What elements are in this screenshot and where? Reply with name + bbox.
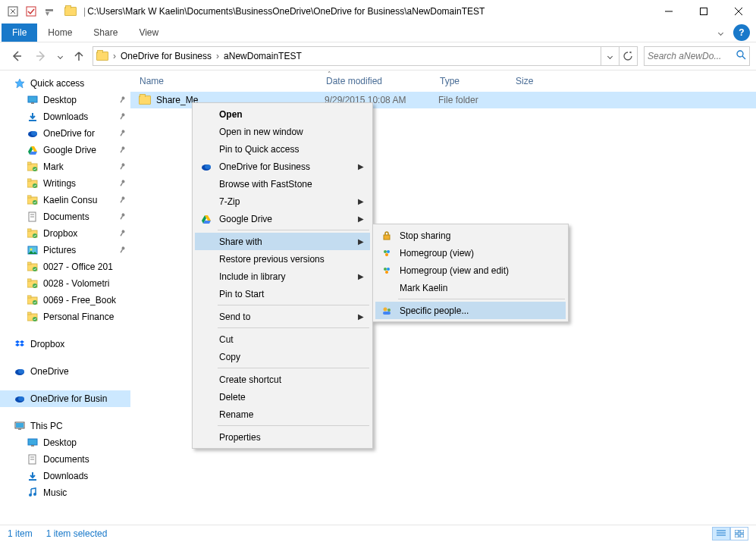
sidebar-item[interactable]: Writings	[0, 175, 130, 192]
sidebar-item[interactable]: 0069 - Free_Book	[0, 292, 130, 309]
sidebar-item[interactable]: Dropbox	[0, 225, 130, 242]
menu-item[interactable]: 7-Zip▶	[195, 193, 370, 210]
sidebar-item[interactable]: 0028 - Volometri	[0, 275, 130, 292]
menu-item-label: Copy	[219, 352, 240, 362]
minimize-button[interactable]	[651, 0, 686, 23]
search-icon[interactable]	[736, 50, 746, 62]
qat-properties-icon[interactable]	[23, 3, 39, 20]
menu-item[interactable]: Stop sharing	[375, 227, 566, 244]
sidebar-item[interactable]: Desktop	[0, 434, 130, 451]
menu-item[interactable]: Browse with FastStone	[195, 175, 370, 193]
menu-item[interactable]: Homegroup (view)	[375, 244, 566, 262]
col-type[interactable]: Type	[440, 76, 516, 86]
menu-item[interactable]: Pin to Quick access	[195, 140, 370, 158]
navigation-pane[interactable]: Quick access DesktopDownloadsOneDrive fo…	[0, 70, 130, 525]
tab-share[interactable]: Share	[83, 23, 128, 42]
breadcrumb-0[interactable]: OneDrive for Business	[118, 47, 215, 65]
svg-rect-67	[16, 423, 24, 428]
address-dropdown-icon[interactable]	[601, 47, 619, 65]
context-menu[interactable]: OpenOpen in new windowPin to Quick acces…	[192, 102, 373, 449]
search-input[interactable]	[648, 51, 746, 61]
sidebar-section[interactable]: OneDrive for Busin	[0, 390, 130, 407]
icons-view-button[interactable]	[730, 527, 748, 540]
recent-locations-dropdown[interactable]	[55, 55, 65, 58]
menu-item[interactable]: Open	[195, 105, 370, 123]
back-button[interactable]	[6, 45, 27, 67]
menu-item[interactable]: Homegroup (view and edit)	[375, 262, 566, 279]
menu-item[interactable]: Open in new window	[195, 123, 370, 140]
menu-item[interactable]: Delete	[195, 388, 370, 406]
menu-item[interactable]: Create shortcut	[195, 371, 370, 388]
menu-item[interactable]: Properties	[195, 428, 370, 446]
breadcrumb-1[interactable]: aNewDomainTEST	[221, 47, 305, 65]
menu-item[interactable]: Specific people...	[375, 302, 566, 319]
search-box[interactable]	[644, 46, 750, 66]
tab-view[interactable]: View	[128, 23, 169, 42]
crumb-chevron-icon[interactable]: ›	[111, 51, 118, 61]
svg-rect-70	[31, 445, 34, 446]
sidebar-item[interactable]: Personal Finance	[0, 309, 130, 325]
sidebar-item-label: Downloads	[43, 471, 88, 481]
col-date[interactable]: Date modified	[326, 76, 440, 86]
tab-home[interactable]: Home	[37, 23, 83, 42]
svg-rect-9	[31, 102, 34, 104]
close-button[interactable]	[721, 0, 756, 23]
dropbox-icon	[14, 338, 26, 350]
sidebar-item[interactable]: 0027 - Office 201	[0, 258, 130, 275]
sidebar-item[interactable]: Music	[0, 484, 130, 501]
forward-button[interactable]	[30, 45, 52, 67]
menu-item[interactable]: Copy	[195, 348, 370, 365]
sidebar-item-label: Writings	[43, 178, 76, 189]
file-tab[interactable]: File	[2, 23, 37, 42]
sidebar-item-label: Music	[43, 487, 67, 498]
help-icon[interactable]: ?	[733, 24, 750, 41]
svg-rect-3	[701, 8, 707, 15]
share-with-submenu[interactable]: Stop sharingHomegroup (view)Homegroup (v…	[372, 224, 569, 322]
sidebar-item[interactable]: Desktop	[0, 92, 130, 108]
sidebar-item[interactable]: Kaelin Consu	[0, 192, 130, 208]
menu-item[interactable]: Share with▶	[195, 233, 370, 250]
sidebar-item[interactable]: Downloads	[0, 108, 130, 125]
sidebar-section[interactable]: This PC	[0, 418, 130, 434]
sort-indicator-icon: ˄	[328, 70, 331, 78]
column-headers[interactable]: Name Date modified Type Size ˄	[130, 70, 756, 92]
sidebar-item[interactable]: Documents	[0, 208, 130, 225]
sidebar-item[interactable]: Downloads	[0, 468, 130, 484]
menu-item[interactable]: Rename	[195, 406, 370, 423]
maximize-button[interactable]	[686, 0, 721, 23]
ribbon-expand-icon[interactable]	[712, 24, 729, 41]
sidebar-item[interactable]: Google Drive	[0, 142, 130, 158]
svg-point-91	[384, 268, 387, 271]
details-view-button[interactable]	[712, 527, 730, 540]
submenu-arrow-icon: ▶	[358, 312, 364, 321]
svg-point-88	[384, 250, 387, 253]
menu-item[interactable]: Restore previous versions	[195, 250, 370, 268]
col-name[interactable]: Name	[138, 76, 326, 86]
pin-icon	[117, 127, 128, 139]
sidebar-item[interactable]: OneDrive for	[0, 125, 130, 142]
menu-item[interactable]: Cut	[195, 331, 370, 348]
menu-item[interactable]: Include in library▶	[195, 268, 370, 285]
menu-item[interactable]: Google Drive▶	[195, 210, 370, 227]
quick-access-header[interactable]: Quick access	[0, 75, 130, 92]
sidebar-item[interactable]: Documents	[0, 451, 130, 468]
menu-item[interactable]: Mark Kaelin	[375, 279, 566, 296]
address-bar[interactable]: › OneDrive for Business › aNewDomainTEST	[93, 46, 638, 66]
menu-item[interactable]: Send to▶	[195, 308, 370, 325]
sidebar-section[interactable]: OneDrive	[0, 363, 130, 380]
refresh-icon[interactable]	[619, 47, 637, 65]
up-button[interactable]	[68, 45, 89, 67]
folder-green-icon	[27, 177, 39, 190]
onedrive-icon	[27, 127, 39, 139]
menu-item[interactable]: OneDrive for Business▶	[195, 158, 370, 175]
sidebar-item[interactable]: Pictures	[0, 242, 130, 258]
col-size[interactable]: Size	[516, 76, 576, 86]
qat-back-icon[interactable]	[5, 3, 21, 20]
qat-dropdown-icon[interactable]: ▬▾	[41, 3, 58, 20]
folder-green-icon	[27, 277, 39, 290]
menu-item[interactable]: Pin to Start	[195, 285, 370, 302]
sidebar-item[interactable]: Mark	[0, 158, 130, 175]
sidebar-section[interactable]: Dropbox	[0, 336, 130, 352]
crumb-chevron-icon[interactable]: ›	[215, 51, 221, 61]
sidebar-item-label: Dropbox	[30, 339, 64, 349]
